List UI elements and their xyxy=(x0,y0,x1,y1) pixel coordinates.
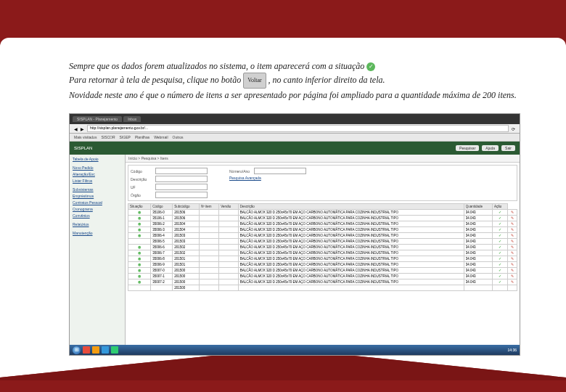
table-cell xyxy=(219,274,238,279)
table-cell: 201506 xyxy=(173,216,200,221)
advanced-search-link[interactable]: Pesquisa Avançada xyxy=(229,176,306,180)
ajuda-button[interactable]: Ajuda xyxy=(482,145,499,151)
confirm-icon[interactable]: ✓ xyxy=(493,233,508,239)
edit-icon[interactable]: ✎ xyxy=(508,233,517,239)
browser-tab[interactable]: Inbox xyxy=(123,116,141,122)
taskbar-app-icon[interactable] xyxy=(92,346,99,354)
instruction-paragraph: Sempre que os dados forem atualizados no… xyxy=(69,60,522,102)
uf-input[interactable] xyxy=(155,184,208,190)
url-field[interactable]: http://sisplan.planejamento.gov.br/... xyxy=(87,125,509,132)
numero-input[interactable] xyxy=(254,168,306,174)
sidebar-item[interactable]: Listar Filtros xyxy=(71,178,123,184)
bookmark-link[interactable]: Outros xyxy=(173,135,184,139)
orgao-input[interactable] xyxy=(155,192,208,198)
sidebar-item[interactable]: Alteração/Exc xyxy=(71,171,123,177)
confirm-icon[interactable] xyxy=(493,285,508,291)
edit-icon[interactable]: ✎ xyxy=(508,227,517,233)
table-row[interactable]: 35006-5201503BALCÃO ALMOX 320 D 250x45x7… xyxy=(128,239,517,245)
table-row[interactable]: ◉35006-7201502BALCÃO ALMOX 320 D 250x45x… xyxy=(128,250,517,256)
browser-tab[interactable]: SISPLAN - Planejamento xyxy=(73,116,122,122)
table-cell: ◉ xyxy=(128,274,151,279)
bookmark-link[interactable]: Mais visitados xyxy=(74,135,97,139)
pesquisar-button[interactable]: Pesquisar xyxy=(456,145,479,151)
sidebar-item[interactable]: Cronograma xyxy=(71,206,123,212)
edit-icon[interactable]: ✎ xyxy=(508,256,517,262)
bookmark-link[interactable]: Webmail xyxy=(154,135,168,139)
edit-icon[interactable] xyxy=(508,285,517,291)
text-line-2a: Para retornar à tela de pesquisa, clique… xyxy=(69,75,243,85)
column-header[interactable]: Ação xyxy=(493,204,508,210)
back-icon[interactable]: ◀ xyxy=(74,126,78,131)
column-header[interactable]: Nº item xyxy=(199,204,218,210)
edit-icon[interactable]: ✎ xyxy=(508,216,517,221)
table-row[interactable]: ◉35106-1201506BALCÃO ALMOX 320 D 250x45x… xyxy=(128,216,517,221)
status-icon: ◉ xyxy=(138,245,141,249)
edit-icon[interactable]: ✎ xyxy=(508,250,517,256)
sidebar-item[interactable]: Contratos Pessoal xyxy=(71,200,123,205)
column-header[interactable]: Situação xyxy=(128,204,151,210)
edit-icon[interactable]: ✎ xyxy=(508,210,517,216)
confirm-icon[interactable]: ✓ xyxy=(493,268,508,274)
confirm-icon[interactable]: ✓ xyxy=(493,250,508,256)
column-header[interactable]: Subcódigo xyxy=(173,204,200,210)
edit-icon[interactable]: ✎ xyxy=(508,239,517,245)
bookmark-link[interactable]: Planilhas xyxy=(135,135,149,139)
table-cell: ◉ xyxy=(128,216,151,221)
sidebar-item[interactable]: Relatórios xyxy=(71,221,123,227)
taskbar-app-icon[interactable] xyxy=(102,346,109,354)
table-cell xyxy=(219,227,238,233)
table-row[interactable]: ◉35006-8201501BALCÃO ALMOX 320 D 250x45x… xyxy=(128,256,517,262)
sidebar-item[interactable]: Manutenção xyxy=(71,230,123,236)
table-row[interactable]: ◉35007-0201500BALCÃO ALMOX 320 D 250x45x… xyxy=(128,268,517,274)
confirm-icon[interactable]: ✓ xyxy=(493,221,508,227)
column-header[interactable]: Versão xyxy=(219,204,238,210)
sidebar-item[interactable]: Subsistemas xyxy=(71,187,123,192)
table-row[interactable]: ◉35007-1201500BALCÃO ALMOX 320 D 250x45x… xyxy=(128,274,517,279)
edit-icon[interactable]: ✎ xyxy=(508,279,517,285)
sidebar-item[interactable]: Empréstimos xyxy=(71,193,123,199)
table-row[interactable]: 201500 xyxy=(128,285,517,291)
system-clock[interactable]: 14:36 xyxy=(507,348,517,352)
table-cell: 35006-6 xyxy=(151,245,173,250)
forward-icon[interactable]: ▶ xyxy=(81,126,84,131)
confirm-icon[interactable]: ✓ xyxy=(493,274,508,279)
column-header[interactable]: Descrição xyxy=(238,204,464,210)
column-header[interactable]: Código xyxy=(151,204,173,210)
table-row[interactable]: ◉35006-6201502BALCÃO ALMOX 320 D 250x45x… xyxy=(128,245,517,250)
edit-icon[interactable]: ✎ xyxy=(508,268,517,274)
reload-icon[interactable]: ⟳ xyxy=(512,126,515,131)
sidebar-item[interactable]: Novo Pedido xyxy=(71,165,123,171)
table-cell: ◉ xyxy=(128,256,151,262)
table-row[interactable]: ◉35006-9201501BALCÃO ALMOX 320 D 250x45x… xyxy=(128,262,517,268)
taskbar-app-icon[interactable] xyxy=(83,346,90,354)
table-row[interactable]: ◉35006-2201504BALCÃO ALMOX 320 D 250x45x… xyxy=(128,221,517,227)
confirm-icon[interactable]: ✓ xyxy=(493,227,508,233)
confirm-icon[interactable]: ✓ xyxy=(493,262,508,268)
table-row[interactable]: ◉35006-4201503BALCÃO ALMOX 320 D 250x45x… xyxy=(128,233,517,239)
bookmark-link[interactable]: SIGEP xyxy=(120,135,131,139)
sidebar-item[interactable]: Tabela de Apoio xyxy=(71,156,123,162)
start-button[interactable]: ⊞ xyxy=(73,346,81,354)
descricao-input[interactable] xyxy=(155,176,208,182)
table-row[interactable]: ◉35006-3201504BALCÃO ALMOX 320 D 250x45x… xyxy=(128,227,517,233)
sair-button[interactable]: Sair xyxy=(501,145,515,151)
table-row[interactable]: ◉35007-2201500BALCÃO ALMOX 320 D 250x45x… xyxy=(128,279,517,285)
edit-icon[interactable]: ✎ xyxy=(508,274,517,279)
edit-icon[interactable]: ✎ xyxy=(508,262,517,268)
confirm-icon[interactable]: ✓ xyxy=(493,256,508,262)
confirm-icon[interactable]: ✓ xyxy=(493,210,508,216)
confirm-icon[interactable]: ✓ xyxy=(493,245,508,250)
bookmark-link[interactable]: SISCOR xyxy=(101,135,115,139)
table-cell: ◉ xyxy=(128,262,151,268)
table-row[interactable]: ◉35106-0201506BALCÃO ALMOX 320 D 250x45x… xyxy=(128,210,517,216)
sidebar-item[interactable]: Convênios xyxy=(71,213,123,219)
column-header[interactable]: Quantidade xyxy=(464,204,492,210)
edit-icon[interactable]: ✎ xyxy=(508,221,517,227)
edit-icon[interactable]: ✎ xyxy=(508,245,517,250)
confirm-icon[interactable]: ✓ xyxy=(493,216,508,221)
taskbar-app-icon[interactable] xyxy=(111,346,118,354)
confirm-icon[interactable]: ✓ xyxy=(493,279,508,285)
codigo-input[interactable] xyxy=(155,168,208,174)
confirm-icon[interactable]: ✓ xyxy=(493,239,508,245)
status-icon: ◉ xyxy=(138,274,141,278)
